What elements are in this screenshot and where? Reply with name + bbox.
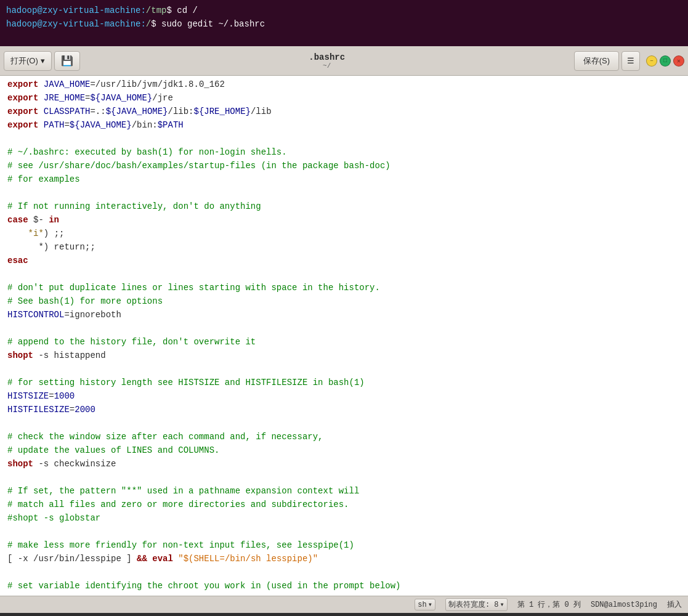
code-line-blank-4 [0,322,688,336]
code-line-shopt-2: shopt -s checkwinsize [0,458,688,471]
code-line-3: export CLASSPATH=.:${JAVA_HOME}/lib:${JR… [0,105,688,119]
code-line-comment-8: # for setting history length see HISTSIZ… [0,376,688,390]
code-line-blank-5 [0,363,688,376]
code-line-shopt-1: shopt -s histappend [0,349,688,363]
code-line-blank-1 [0,132,688,146]
code-line-histsize: HISTSIZE=1000 [0,390,688,403]
menu-button[interactable]: ☰ [621,51,640,71]
tab-width-label: 制表符宽度: 8 [448,599,499,610]
code-line-esac: esac [0,254,688,268]
code-line-pattern-1: *i*) ;; [0,227,688,241]
code-line-blank-6 [0,417,688,431]
code-line-comment-11: # If set, the pattern "**" used in a pat… [0,485,688,498]
code-line-comment-2: # see /usr/share/doc/bash/examples/start… [0,160,688,173]
title-area: .bashrc ~/ [83,52,572,70]
file-title: .bashrc [83,52,572,62]
editor-content[interactable]: export JAVA_HOME=/usr/lib/jvm/jdk1.8.0_1… [0,76,688,596]
status-lang: sh ▾ [415,599,435,610]
user-label: SDN@almost3ping [591,601,657,609]
code-line-comment-10: # update the values of LINES and COLUMNS… [0,444,688,458]
tab-width-arrow-icon: ▾ [500,600,504,609]
terminal-cmd-1: $ cd / [166,6,197,15]
code-line-1: export JAVA_HOME=/usr/lib/jvm/jdk1.8.0_1… [0,78,688,92]
open-button[interactable]: 打开(O) ▾ [4,51,52,71]
lang-dropdown[interactable]: sh ▾ [415,599,435,610]
status-mode: 插入 [667,599,682,610]
file-path: ~/ [83,62,572,70]
code-line-histcontrol: HISTCONTROL=ignoreboth [0,309,688,322]
save-button[interactable]: 保存(S) [574,51,619,71]
code-line-comment-13: # make less more friendly for non-text i… [0,539,688,553]
code-line-comment-7: # append to the history file, don't over… [0,336,688,349]
code-line-blank-3 [0,268,688,282]
terminal-cmd-2: $ sudo gedit ~/.bashrc [151,19,265,29]
terminal-bar: hadoop@zxy-virtual-machine:/tmp$ cd / ha… [0,0,688,46]
status-position: 第 1 行，第 0 列 [517,599,581,610]
code-line-histfilesize: HISTFILESIZE=2000 [0,403,688,417]
code-line-comment-3: # for examples [0,173,688,187]
disk-icon: 💾 [61,55,73,67]
code-line-blank-2 [0,187,688,200]
status-user: SDN@almost3ping [591,601,657,609]
code-line-blank-9 [0,566,688,580]
maximize-button[interactable]: □ [660,55,671,67]
tab-width-dropdown[interactable]: 制表符宽度: 8 ▾ [445,598,508,611]
status-tab-width: 制表符宽度: 8 ▾ [445,598,508,611]
code-line-comment-5: # don't put duplicate lines or lines sta… [0,282,688,295]
window-controls: – □ ✕ [646,55,684,67]
terminal-line-1: hadoop@zxy-virtual-machine:/tmp$ cd / [6,4,682,17]
mode-label: 插入 [667,599,682,610]
code-line-comment-14: # set variable identifying the chroot yo… [0,580,688,593]
code-line-comment-4: # If not running interactively, don't do… [0,200,688,214]
dropdown-arrow-icon: ▾ [41,56,45,65]
lang-label: sh [418,601,426,609]
toolbar: 打开(O) ▾ 💾 .bashrc ~/ 保存(S) ☰ – □ ✕ [0,46,688,76]
terminal-path-1: /tmp [146,6,167,15]
terminal-prompt-2: hadoop@zxy-virtual-machine: [6,19,146,29]
open-label: 打开(O) [10,55,38,67]
code-line-4: export PATH=${JAVA_HOME}/bin:$PATH [0,119,688,132]
code-line-comment-9: # check the window size after each comma… [0,431,688,444]
status-bar: sh ▾ 制表符宽度: 8 ▾ 第 1 行，第 0 列 SDN@almost3p… [0,596,688,613]
code-line-blank-8 [0,525,688,539]
code-line-eval: [ -x /usr/bin/lesspipe ] && eval "$(SHEL… [0,553,688,566]
code-line-blank-7 [0,471,688,485]
code-line-comment-6: # See bash(1) for more options [0,295,688,309]
terminal-prompt-1: hadoop@zxy-virtual-machine: [6,6,146,15]
position-label: 第 1 行，第 0 列 [517,599,581,610]
editor-window: 打开(O) ▾ 💾 .bashrc ~/ 保存(S) ☰ – □ ✕ expor… [0,46,688,613]
lang-arrow-icon: ▾ [428,600,432,609]
terminal-path-2: / [146,19,151,29]
save-disk-button[interactable]: 💾 [54,51,80,71]
code-line-disabled-shopt: #shopt -s globstar [0,512,688,525]
code-line-case: case $- in [0,214,688,227]
close-button[interactable]: ✕ [673,55,684,67]
code-line-pattern-2: *) return;; [0,241,688,254]
code-line-comment-12: # match all files and zero or more direc… [0,498,688,512]
minimize-button[interactable]: – [646,55,657,67]
code-line-2: export JRE_HOME=${JAVA_HOME}/jre [0,92,688,105]
terminal-line-2: hadoop@zxy-virtual-machine:/$ sudo gedit… [6,17,682,31]
code-line-comment-1: # ~/.bashrc: executed by bash(1) for non… [0,146,688,160]
